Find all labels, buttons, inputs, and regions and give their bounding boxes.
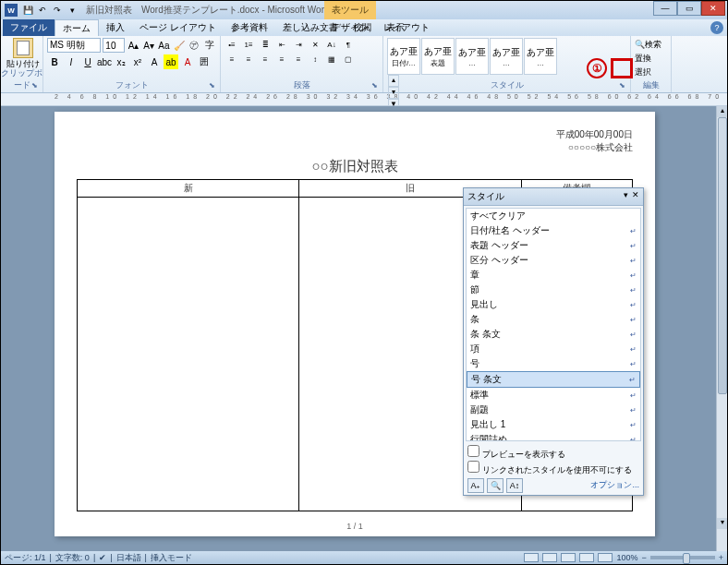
help-button[interactable]: ? bbox=[710, 21, 723, 34]
save-icon[interactable]: 💾 bbox=[21, 4, 34, 17]
scroll-thumb[interactable] bbox=[718, 117, 727, 394]
style-inspector-button[interactable]: 🔍 bbox=[487, 478, 504, 493]
style-list-item[interactable]: 節↵ bbox=[467, 282, 640, 297]
styles-pane-titlebar[interactable]: スタイル ▾✕ bbox=[464, 188, 643, 206]
asian-layout-button[interactable]: ✕ bbox=[308, 38, 322, 51]
new-style-button[interactable]: A₊ bbox=[467, 478, 484, 493]
style-list-item[interactable]: 標準↵ bbox=[467, 388, 640, 403]
tab-design[interactable]: デザイン bbox=[324, 19, 376, 36]
status-words[interactable]: 文字数: 0 bbox=[55, 552, 90, 564]
style-item-4[interactable]: あア亜… bbox=[524, 38, 557, 75]
shrink-font-button[interactable]: A▾ bbox=[142, 38, 155, 53]
close-button[interactable]: ✕ bbox=[701, 1, 725, 16]
font-size-combo[interactable]: 10 bbox=[103, 38, 125, 53]
font-name-combo[interactable]: MS 明朝 bbox=[47, 38, 101, 53]
status-mode[interactable]: 挿入モード bbox=[151, 552, 192, 564]
sort-button[interactable]: A↓ bbox=[324, 38, 339, 51]
minimize-button[interactable]: — bbox=[653, 1, 677, 16]
style-list-item[interactable]: すべてクリア bbox=[467, 209, 640, 223]
styles-options-link[interactable]: オプション... bbox=[590, 479, 639, 491]
show-marks-button[interactable]: ¶ bbox=[341, 38, 356, 51]
justify-button[interactable]: ≡ bbox=[274, 53, 289, 66]
style-item-3[interactable]: あア亜… bbox=[490, 38, 523, 75]
style-list-item[interactable]: 条 条文↵ bbox=[467, 327, 640, 342]
view-web-button[interactable] bbox=[561, 553, 576, 562]
view-outline-button[interactable] bbox=[579, 553, 594, 562]
grow-font-button[interactable]: A▴ bbox=[127, 38, 140, 53]
phonetic-guide-button[interactable]: ㋐ bbox=[188, 38, 200, 53]
pane-close-icon[interactable]: ✕ bbox=[632, 190, 639, 203]
vertical-scrollbar[interactable]: ▴ ▾ bbox=[716, 106, 727, 551]
bullets-button[interactable]: •≡ bbox=[224, 38, 239, 51]
align-center-button[interactable]: ≡ bbox=[241, 53, 256, 66]
horizontal-ruler[interactable]: 2 4 6 8 10 12 14 16 18 20 22 24 26 28 30… bbox=[1, 93, 727, 106]
paste-button[interactable]: 貼り付け bbox=[5, 38, 42, 70]
increase-indent-button[interactable]: ⇥ bbox=[291, 38, 306, 51]
borders-button[interactable]: ▢ bbox=[341, 53, 356, 66]
style-list-item[interactable]: 項↵ bbox=[467, 342, 640, 356]
view-fullscreen-button[interactable] bbox=[542, 553, 557, 562]
style-item-0[interactable]: あア亜日付/… bbox=[387, 38, 420, 75]
style-list-item[interactable]: 行間詰め↵ bbox=[467, 432, 640, 441]
shading-button[interactable]: ▦ bbox=[324, 53, 339, 66]
char-border-button[interactable]: 囲 bbox=[197, 54, 212, 69]
view-print-layout-button[interactable] bbox=[524, 553, 539, 562]
clear-formatting-button[interactable]: 🧹 bbox=[173, 38, 186, 53]
scroll-down-arrow[interactable]: ▾ bbox=[717, 518, 727, 529]
style-list-item[interactable]: 表題 ヘッダー↵ bbox=[467, 238, 640, 253]
tab-home[interactable]: ホーム bbox=[55, 19, 99, 36]
tab-references[interactable]: 参考資料 bbox=[224, 19, 275, 36]
select-button[interactable]: 選択 bbox=[635, 66, 667, 79]
style-list-item[interactable]: 区分 ヘッダー↵ bbox=[467, 253, 640, 268]
style-list-item[interactable]: 章↵ bbox=[467, 268, 640, 282]
paragraph-launcher[interactable]: ⬊ bbox=[371, 81, 381, 90]
align-left-button[interactable]: ≡ bbox=[224, 53, 239, 66]
clipboard-launcher[interactable]: ⬊ bbox=[31, 81, 41, 90]
tab-insert[interactable]: 挿入 bbox=[99, 19, 132, 36]
preview-checkbox[interactable]: プレビューを表示する bbox=[467, 445, 639, 461]
status-page[interactable]: ページ: 1/1 bbox=[5, 552, 46, 564]
zoom-in-button[interactable]: + bbox=[719, 553, 723, 562]
tab-table-layout[interactable]: レイアウト bbox=[376, 19, 437, 36]
style-list-item[interactable]: 見出し↵ bbox=[467, 297, 640, 312]
style-list-item[interactable]: 日付/社名 ヘッダー↵ bbox=[467, 223, 640, 238]
align-right-button[interactable]: ≡ bbox=[258, 53, 273, 66]
highlight-button[interactable]: ab bbox=[164, 54, 178, 69]
styles-launcher[interactable]: ⬊ bbox=[619, 81, 628, 90]
find-button[interactable]: 🔍検索 bbox=[635, 38, 667, 52]
tab-page-layout[interactable]: ページ レイアウト bbox=[132, 19, 224, 36]
bold-button[interactable]: B bbox=[47, 54, 62, 69]
qat-dropdown-icon[interactable]: ▾ bbox=[66, 4, 79, 17]
style-list-item[interactable]: 副題↵ bbox=[467, 403, 640, 417]
line-spacing-button[interactable]: ↕ bbox=[308, 53, 322, 66]
replace-button[interactable]: 置換 bbox=[635, 52, 667, 66]
zoom-out-button[interactable]: − bbox=[641, 553, 646, 562]
strikethrough-button[interactable]: abc bbox=[97, 54, 112, 69]
style-item-2[interactable]: あア亜… bbox=[455, 38, 489, 75]
status-language[interactable]: 日本語 bbox=[116, 552, 141, 564]
linked-checkbox[interactable]: リンクされたスタイルを使用不可にする bbox=[467, 461, 639, 476]
numbering-button[interactable]: 1≡ bbox=[241, 38, 256, 51]
superscript-button[interactable]: x² bbox=[130, 54, 145, 69]
cell-new[interactable] bbox=[78, 198, 299, 511]
style-list-item[interactable]: 号 条文↵ bbox=[467, 371, 640, 388]
text-effects-button[interactable]: A bbox=[147, 54, 162, 69]
undo-icon[interactable]: ↶ bbox=[36, 4, 49, 17]
font-color-button[interactable]: A bbox=[180, 54, 195, 69]
distribute-button[interactable]: ≡ bbox=[291, 53, 306, 66]
underline-button[interactable]: U bbox=[80, 54, 95, 69]
manage-styles-button[interactable]: A↕ bbox=[506, 478, 523, 493]
font-launcher[interactable]: ⬊ bbox=[209, 81, 218, 90]
multilevel-button[interactable]: ≣ bbox=[258, 38, 273, 51]
style-list-item[interactable]: 条↵ bbox=[467, 312, 640, 327]
maximize-button[interactable]: ▭ bbox=[677, 1, 701, 16]
status-proofing-icon[interactable]: ✔ bbox=[99, 553, 106, 562]
decrease-indent-button[interactable]: ⇤ bbox=[274, 38, 289, 51]
italic-button[interactable]: I bbox=[64, 54, 79, 69]
style-list-item[interactable]: 号↵ bbox=[467, 356, 640, 371]
tab-file[interactable]: ファイル bbox=[3, 19, 55, 36]
subscript-button[interactable]: x₂ bbox=[114, 54, 128, 69]
scroll-up-arrow[interactable]: ▴ bbox=[717, 106, 727, 117]
enclose-char-button[interactable]: 字 bbox=[203, 38, 216, 53]
style-list-item[interactable]: 見出し 1↵ bbox=[467, 417, 640, 432]
